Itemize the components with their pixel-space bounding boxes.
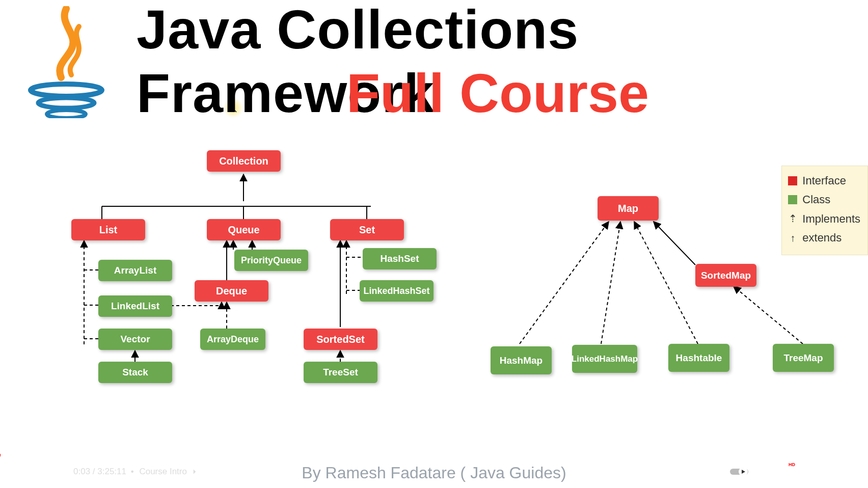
legend-interface-swatch xyxy=(788,176,797,185)
legend-implements-icon: ⇡ xyxy=(788,210,797,227)
legend: Interface Class ⇡Implements ↑extends xyxy=(781,166,868,255)
volume-button[interactable] xyxy=(47,460,70,483)
svg-point-1 xyxy=(38,98,94,108)
quality-badge: HD xyxy=(789,462,795,467)
settings-button[interactable]: HD xyxy=(774,460,798,483)
video-frame: ↖ Java Collections Framework Full Course xyxy=(0,0,868,488)
chapter-button[interactable]: • Course Intro xyxy=(128,467,199,477)
miniplayer-button[interactable] xyxy=(798,460,821,483)
theater-button[interactable] xyxy=(821,460,845,483)
node-set: Set xyxy=(330,219,404,240)
node-priorityqueue: PriorityQueue xyxy=(234,250,308,271)
svg-point-0 xyxy=(31,84,102,96)
svg-rect-31 xyxy=(826,467,840,477)
slide-title-2: Full Course xyxy=(346,61,649,125)
captions-button[interactable] xyxy=(751,460,774,483)
chevron-right-icon xyxy=(190,467,199,476)
time-display: 0:03 / 3:25:11 xyxy=(73,467,126,477)
svg-line-24 xyxy=(654,222,695,265)
node-collection: Collection xyxy=(207,150,281,172)
svg-line-25 xyxy=(520,222,609,344)
legend-extends-icon: ↑ xyxy=(788,229,797,247)
node-deque: Deque xyxy=(195,280,268,302)
node-treeset: TreeSet xyxy=(304,362,377,383)
node-list: List xyxy=(71,219,145,240)
legend-implements-label: Implements xyxy=(802,209,860,228)
node-linkedhashmap: LinkedHashMap xyxy=(572,345,637,373)
node-arraylist: ArrayList xyxy=(98,260,172,281)
legend-extends-label: extends xyxy=(802,228,842,247)
svg-line-27 xyxy=(634,222,698,344)
legend-interface-label: Interface xyxy=(802,171,846,190)
node-queue: Queue xyxy=(207,219,281,240)
svg-point-2 xyxy=(47,110,86,118)
progress-bar[interactable] xyxy=(0,454,868,456)
next-button[interactable] xyxy=(23,460,47,483)
play-button[interactable] xyxy=(0,460,23,483)
svg-line-26 xyxy=(601,222,620,344)
legend-class-swatch xyxy=(788,195,797,204)
node-linkedlist: LinkedList xyxy=(98,295,172,317)
time-total: 3:25:11 xyxy=(97,467,126,476)
node-linkedhashset: LinkedHashSet xyxy=(360,280,433,302)
time-current: 0:03 xyxy=(73,467,90,476)
node-treemap: TreeMap xyxy=(773,344,834,372)
node-vector: Vector xyxy=(98,329,172,350)
chapter-label: Course Intro xyxy=(139,467,187,477)
node-hashset: HashSet xyxy=(363,248,437,269)
autoplay-toggle[interactable] xyxy=(727,460,751,483)
node-map: Map xyxy=(598,196,659,221)
node-hashmap: HashMap xyxy=(491,346,552,374)
fullscreen-button[interactable] xyxy=(845,460,868,483)
legend-class-label: Class xyxy=(802,190,830,209)
node-arraydeque: ArrayDeque xyxy=(200,329,265,350)
node-stack: Stack xyxy=(98,362,172,383)
node-sortedmap: SortedMap xyxy=(695,264,756,287)
java-logo-icon xyxy=(23,6,110,120)
node-sortedset: SortedSet xyxy=(304,329,377,350)
svg-line-28 xyxy=(734,286,803,344)
video-controls: 0:03 / 3:25:11 • Course Intro HD xyxy=(0,458,868,485)
node-hashtable: Hashtable xyxy=(668,344,729,372)
